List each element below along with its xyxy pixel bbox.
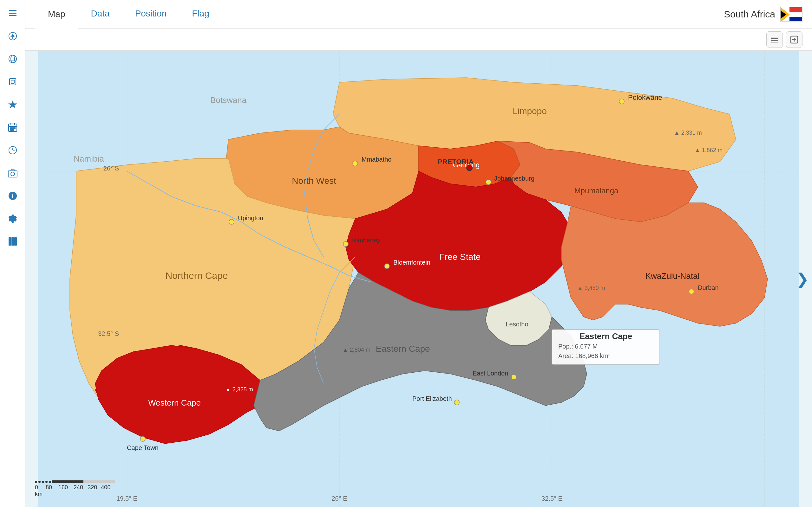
- svg-text:32.5° S: 32.5° S: [98, 330, 119, 337]
- gamepad-icon[interactable]: [6, 29, 20, 43]
- svg-text:32.5° E: 32.5° E: [542, 495, 562, 502]
- svg-point-77: [353, 161, 358, 166]
- svg-rect-33: [11, 237, 14, 240]
- tab-flag[interactable]: Flag: [179, 0, 222, 29]
- svg-rect-19: [10, 128, 11, 129]
- svg-text:Botswana: Botswana: [210, 95, 247, 105]
- svg-text:KwaZulu-Natal: KwaZulu-Natal: [646, 271, 700, 281]
- svg-text:26° E: 26° E: [332, 495, 347, 502]
- svg-rect-13: [11, 80, 14, 83]
- svg-text:Pop.: 6.677 M: Pop.: 6.677 M: [558, 343, 598, 350]
- svg-text:Kimberley: Kimberley: [352, 237, 380, 244]
- camera-icon[interactable]: [6, 166, 20, 180]
- svg-rect-1: [9, 13, 16, 14]
- svg-rect-21: [14, 128, 15, 129]
- add-button[interactable]: [786, 32, 803, 48]
- svg-rect-22: [10, 130, 11, 131]
- layers-button[interactable]: [766, 32, 783, 48]
- list-icon[interactable]: [6, 6, 20, 20]
- svg-rect-37: [14, 240, 17, 243]
- grid-icon[interactable]: [6, 234, 20, 248]
- top-nav: Map Data Position Flag South Africa: [26, 0, 812, 29]
- map-area[interactable]: Limpopo North West Gauteng Mpumalanga No…: [26, 51, 812, 507]
- svg-point-28: [11, 172, 14, 176]
- svg-rect-40: [14, 243, 17, 245]
- svg-point-81: [343, 241, 348, 246]
- svg-point-75: [486, 180, 491, 185]
- svg-text:Eastern Cape: Eastern Cape: [375, 344, 430, 354]
- svg-text:Western Cape: Western Cape: [148, 398, 201, 407]
- sidebar: [0, 0, 26, 507]
- svg-text:19.5° E: 19.5° E: [116, 495, 137, 502]
- scale-240: 240: [73, 484, 83, 491]
- scale-400: 400: [101, 484, 110, 491]
- svg-text:Port Elizabeth: Port Elizabeth: [412, 395, 452, 402]
- svg-text:Bloemfontein: Bloemfontein: [393, 259, 430, 266]
- svg-rect-2: [9, 15, 16, 16]
- svg-text:Cape Town: Cape Town: [127, 444, 159, 451]
- toolbar: [26, 29, 812, 51]
- svg-text:Eastern Cape: Eastern Cape: [579, 331, 632, 341]
- clock-icon[interactable]: [6, 143, 20, 157]
- star-icon[interactable]: [6, 98, 20, 112]
- scale-0: 0: [35, 484, 38, 491]
- country-header: South Africa: [724, 7, 803, 21]
- nav-tabs: Map Data Position Flag: [35, 0, 724, 29]
- country-flag: [780, 7, 803, 21]
- svg-text:Northern Cape: Northern Cape: [165, 270, 228, 281]
- svg-text:Johannesburg: Johannesburg: [494, 175, 535, 182]
- svg-rect-38: [9, 243, 11, 245]
- svg-rect-12: [9, 78, 16, 85]
- svg-text:Area: 168,966 km²: Area: 168,966 km²: [558, 352, 611, 359]
- calendar-icon[interactable]: [6, 120, 20, 134]
- svg-point-83: [385, 264, 390, 269]
- svg-point-79: [229, 219, 234, 224]
- svg-rect-30: [12, 195, 13, 199]
- svg-text:Free State: Free State: [439, 252, 481, 262]
- svg-text:▲ 2,331 m: ▲ 2,331 m: [674, 130, 702, 136]
- tab-map[interactable]: Map: [35, 0, 78, 29]
- scale-320: 320: [88, 484, 97, 491]
- svg-rect-46: [790, 16, 803, 21]
- svg-text:Mpumalanga: Mpumalanga: [574, 186, 618, 195]
- svg-text:Upington: Upington: [238, 215, 263, 222]
- settings-icon[interactable]: [6, 212, 20, 226]
- svg-point-87: [511, 375, 516, 380]
- svg-rect-31: [12, 193, 13, 194]
- svg-point-71: [619, 99, 624, 104]
- svg-rect-32: [9, 237, 11, 240]
- svg-point-89: [454, 400, 459, 405]
- svg-text:▲ 1,862 m: ▲ 1,862 m: [695, 147, 722, 153]
- scale-bar: 0 80 160 240 320 400 km: [35, 481, 115, 498]
- scale-80: 80: [46, 484, 52, 491]
- svg-text:Durban: Durban: [698, 284, 719, 291]
- svg-text:▲ 2,325 m: ▲ 2,325 m: [225, 386, 253, 393]
- svg-text:▲ 3,450 m: ▲ 3,450 m: [577, 285, 605, 291]
- scale-160: 160: [58, 484, 68, 491]
- svg-point-6: [12, 35, 14, 37]
- svg-rect-34: [14, 237, 17, 240]
- tab-data[interactable]: Data: [78, 0, 122, 29]
- globe-icon[interactable]: [6, 52, 20, 66]
- svg-rect-44: [790, 7, 803, 13]
- svg-text:Lesotho: Lesotho: [506, 321, 528, 328]
- tab-position[interactable]: Position: [122, 0, 180, 29]
- svg-text:26° S: 26° S: [103, 165, 119, 172]
- svg-rect-47: [790, 15, 803, 17]
- svg-point-91: [140, 436, 145, 441]
- svg-text:PRETORIA: PRETORIA: [438, 158, 473, 166]
- svg-point-73: [467, 165, 472, 171]
- svg-text:▲ 2,504 m: ▲ 2,504 m: [343, 347, 370, 353]
- info-icon[interactable]: [6, 189, 20, 203]
- svg-text:East London: East London: [473, 370, 508, 377]
- svg-rect-20: [12, 128, 13, 129]
- svg-rect-23: [12, 130, 13, 131]
- svg-text:North West: North West: [292, 176, 336, 186]
- svg-rect-50: [771, 41, 778, 42]
- svg-rect-49: [771, 39, 778, 40]
- svg-rect-35: [9, 240, 11, 243]
- scale-unit: km: [35, 491, 43, 498]
- collapse-panel-button[interactable]: ❯: [796, 270, 809, 288]
- main-content: Map Data Position Flag South Africa: [26, 0, 812, 507]
- cube-icon[interactable]: [6, 75, 20, 89]
